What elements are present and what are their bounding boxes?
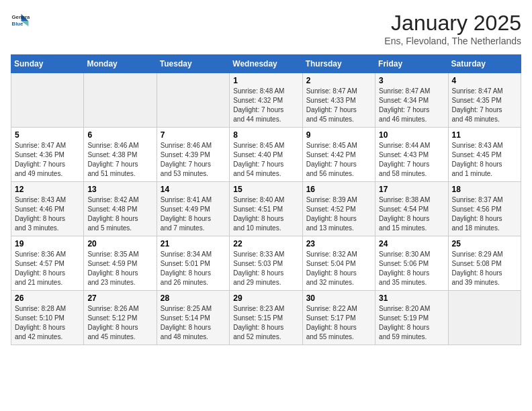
day-cell: 17Sunrise: 8:38 AM Sunset: 4:54 PM Dayli… (375, 182, 448, 236)
day-number: 15 (233, 185, 298, 194)
day-cell: 22Sunrise: 8:33 AM Sunset: 5:03 PM Dayli… (230, 236, 302, 291)
day-number: 3 (379, 76, 444, 85)
day-number: 6 (87, 130, 152, 140)
day-cell: 30Sunrise: 8:22 AM Sunset: 5:17 PM Dayli… (302, 291, 375, 345)
day-cell: 1Sunrise: 8:48 AM Sunset: 4:32 PM Daylig… (230, 73, 302, 128)
day-cell: 28Sunrise: 8:25 AM Sunset: 5:14 PM Dayli… (157, 291, 229, 345)
day-number: 25 (452, 239, 517, 248)
day-info: Sunrise: 8:26 AM Sunset: 5:12 PM Dayligh… (87, 304, 152, 342)
day-info: Sunrise: 8:23 AM Sunset: 5:15 PM Dayligh… (233, 304, 298, 342)
day-number: 23 (306, 239, 371, 248)
day-info: Sunrise: 8:47 AM Sunset: 4:36 PM Dayligh… (15, 141, 80, 179)
day-info: Sunrise: 8:41 AM Sunset: 4:49 PM Dayligh… (161, 195, 226, 233)
day-number: 26 (15, 293, 80, 303)
day-cell: 19Sunrise: 8:36 AM Sunset: 4:57 PM Dayli… (11, 236, 84, 291)
day-number: 28 (161, 293, 226, 303)
day-cell: 29Sunrise: 8:23 AM Sunset: 5:15 PM Dayli… (230, 291, 302, 345)
day-cell: 6Sunrise: 8:46 AM Sunset: 4:38 PM Daylig… (84, 128, 157, 182)
day-cell: 31Sunrise: 8:20 AM Sunset: 5:19 PM Dayli… (375, 291, 448, 345)
day-info: Sunrise: 8:45 AM Sunset: 4:40 PM Dayligh… (233, 141, 298, 179)
day-cell: 5Sunrise: 8:47 AM Sunset: 4:36 PM Daylig… (11, 128, 84, 182)
col-header-tuesday: Tuesday (157, 55, 229, 73)
day-cell: 21Sunrise: 8:34 AM Sunset: 5:01 PM Dayli… (157, 236, 229, 291)
day-number: 12 (15, 185, 80, 194)
day-cell (157, 73, 229, 128)
logo: General Blue (11, 11, 30, 30)
day-info: Sunrise: 8:47 AM Sunset: 4:34 PM Dayligh… (379, 87, 444, 124)
day-cell: 9Sunrise: 8:45 AM Sunset: 4:42 PM Daylig… (302, 128, 375, 182)
day-number: 14 (161, 185, 226, 194)
svg-text:General: General (12, 14, 30, 20)
col-header-wednesday: Wednesday (230, 55, 302, 73)
day-number: 11 (452, 130, 517, 140)
day-number: 21 (161, 239, 226, 248)
logo-icon: General Blue (11, 11, 30, 30)
day-cell: 16Sunrise: 8:39 AM Sunset: 4:52 PM Dayli… (302, 182, 375, 236)
day-cell: 11Sunrise: 8:43 AM Sunset: 4:45 PM Dayli… (448, 128, 521, 182)
day-number: 24 (379, 239, 444, 248)
day-cell: 12Sunrise: 8:43 AM Sunset: 4:46 PM Dayli… (11, 182, 84, 236)
day-info: Sunrise: 8:20 AM Sunset: 5:19 PM Dayligh… (379, 304, 444, 342)
day-info: Sunrise: 8:28 AM Sunset: 5:10 PM Dayligh… (15, 304, 80, 342)
day-number: 20 (87, 239, 152, 248)
title-block: January 2025 Ens, Flevoland, The Netherl… (384, 11, 521, 46)
col-header-sunday: Sunday (11, 55, 84, 73)
day-info: Sunrise: 8:45 AM Sunset: 4:42 PM Dayligh… (306, 141, 371, 179)
month-title: January 2025 (384, 11, 521, 36)
day-info: Sunrise: 8:46 AM Sunset: 4:38 PM Dayligh… (87, 141, 152, 179)
day-cell: 23Sunrise: 8:32 AM Sunset: 5:04 PM Dayli… (302, 236, 375, 291)
day-cell: 15Sunrise: 8:40 AM Sunset: 4:51 PM Dayli… (230, 182, 302, 236)
location-subtitle: Ens, Flevoland, The Netherlands (384, 36, 521, 46)
day-cell: 27Sunrise: 8:26 AM Sunset: 5:12 PM Dayli… (84, 291, 157, 345)
day-number: 8 (233, 130, 298, 140)
col-header-friday: Friday (375, 55, 448, 73)
header-row: SundayMondayTuesdayWednesdayThursdayFrid… (11, 55, 521, 73)
day-cell: 8Sunrise: 8:45 AM Sunset: 4:40 PM Daylig… (230, 128, 302, 182)
col-header-thursday: Thursday (302, 55, 375, 73)
calendar-table: SundayMondayTuesdayWednesdayThursdayFrid… (11, 54, 521, 345)
svg-text:Blue: Blue (12, 21, 24, 27)
day-number: 22 (233, 239, 298, 248)
day-number: 29 (233, 293, 298, 303)
day-cell: 4Sunrise: 8:47 AM Sunset: 4:35 PM Daylig… (448, 73, 521, 128)
day-cell: 18Sunrise: 8:37 AM Sunset: 4:56 PM Dayli… (448, 182, 521, 236)
day-cell (448, 291, 521, 345)
day-info: Sunrise: 8:48 AM Sunset: 4:32 PM Dayligh… (233, 87, 298, 124)
day-cell: 10Sunrise: 8:44 AM Sunset: 4:43 PM Dayli… (375, 128, 448, 182)
day-number: 31 (379, 293, 444, 303)
day-number: 4 (452, 76, 517, 85)
day-info: Sunrise: 8:34 AM Sunset: 5:01 PM Dayligh… (161, 250, 226, 287)
day-info: Sunrise: 8:47 AM Sunset: 4:35 PM Dayligh… (452, 87, 517, 124)
week-row-1: 1Sunrise: 8:48 AM Sunset: 4:32 PM Daylig… (11, 73, 521, 128)
day-cell (11, 73, 84, 128)
day-info: Sunrise: 8:29 AM Sunset: 5:08 PM Dayligh… (452, 250, 517, 287)
day-cell (84, 73, 157, 128)
week-row-4: 19Sunrise: 8:36 AM Sunset: 4:57 PM Dayli… (11, 236, 521, 291)
day-info: Sunrise: 8:46 AM Sunset: 4:39 PM Dayligh… (161, 141, 226, 179)
col-header-saturday: Saturday (448, 55, 521, 73)
day-cell: 2Sunrise: 8:47 AM Sunset: 4:33 PM Daylig… (302, 73, 375, 128)
day-cell: 7Sunrise: 8:46 AM Sunset: 4:39 PM Daylig… (157, 128, 229, 182)
day-info: Sunrise: 8:35 AM Sunset: 4:59 PM Dayligh… (87, 250, 152, 287)
day-cell: 13Sunrise: 8:42 AM Sunset: 4:48 PM Dayli… (84, 182, 157, 236)
day-cell: 26Sunrise: 8:28 AM Sunset: 5:10 PM Dayli… (11, 291, 84, 345)
day-info: Sunrise: 8:43 AM Sunset: 4:45 PM Dayligh… (452, 141, 517, 179)
day-cell: 24Sunrise: 8:30 AM Sunset: 5:06 PM Dayli… (375, 236, 448, 291)
day-number: 17 (379, 185, 444, 194)
col-header-monday: Monday (84, 55, 157, 73)
day-number: 5 (15, 130, 80, 140)
day-number: 18 (452, 185, 517, 194)
day-info: Sunrise: 8:40 AM Sunset: 4:51 PM Dayligh… (233, 195, 298, 233)
day-number: 16 (306, 185, 371, 194)
day-number: 10 (379, 130, 444, 140)
day-number: 2 (306, 76, 371, 85)
day-info: Sunrise: 8:25 AM Sunset: 5:14 PM Dayligh… (161, 304, 226, 342)
day-cell: 20Sunrise: 8:35 AM Sunset: 4:59 PM Dayli… (84, 236, 157, 291)
day-info: Sunrise: 8:42 AM Sunset: 4:48 PM Dayligh… (87, 195, 152, 233)
day-info: Sunrise: 8:32 AM Sunset: 5:04 PM Dayligh… (306, 250, 371, 287)
day-info: Sunrise: 8:38 AM Sunset: 4:54 PM Dayligh… (379, 195, 444, 233)
day-info: Sunrise: 8:44 AM Sunset: 4:43 PM Dayligh… (379, 141, 444, 179)
day-info: Sunrise: 8:37 AM Sunset: 4:56 PM Dayligh… (452, 195, 517, 233)
day-info: Sunrise: 8:43 AM Sunset: 4:46 PM Dayligh… (15, 195, 80, 233)
day-info: Sunrise: 8:22 AM Sunset: 5:17 PM Dayligh… (306, 304, 371, 342)
